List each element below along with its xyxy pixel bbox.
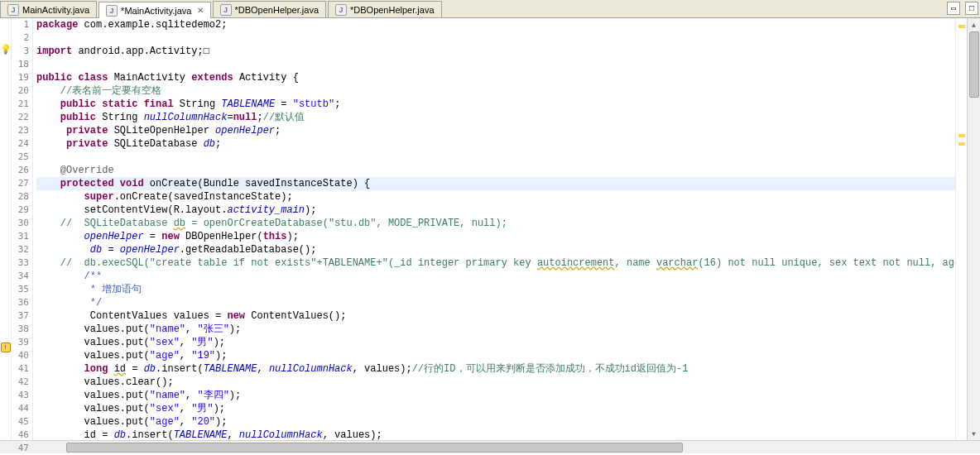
line-number: 46 [12, 429, 32, 442]
minimize-icon[interactable]: ▭ [947, 2, 960, 15]
maximize-icon[interactable]: □ [965, 2, 978, 15]
code-content[interactable]: package com.example.sqlitedemo2;import a… [33, 18, 955, 440]
code-line[interactable]: id = db.insert(TABLENAME, nullColumnHack… [36, 429, 955, 440]
code-line[interactable]: */ [36, 296, 955, 309]
tab-0[interactable]: JMainActivity.java [0, 1, 97, 17]
line-marker [0, 55, 11, 68]
code-line[interactable]: public class MainActivity extends Activi… [36, 71, 955, 84]
code-line[interactable]: private SQLiteOpenHelper openHelper; [36, 124, 955, 137]
code-line[interactable]: //表名前一定要有空格 [36, 84, 955, 98]
code-line[interactable]: values.put("sex", "男"); [36, 336, 955, 349]
line-number: 22 [12, 111, 32, 124]
line-number: 29 [12, 204, 32, 217]
overview-marker[interactable] [958, 25, 965, 28]
line-number: 37 [12, 309, 32, 323]
tab-3[interactable]: J*DBOpenHelper.java [328, 1, 442, 17]
scroll-thumb[interactable] [969, 31, 979, 98]
code-line[interactable]: values.put("sex", "男"); [36, 402, 955, 415]
tab-label: *DBOpenHelper.java [235, 5, 319, 15]
code-line[interactable] [36, 58, 955, 71]
code-line[interactable]: values.put("age", "20"); [36, 415, 955, 429]
line-number: 40 [12, 349, 32, 362]
line-number: 23 [12, 124, 32, 137]
scroll-up-icon[interactable]: ▲ [968, 18, 980, 31]
java-file-icon: J [335, 4, 347, 16]
line-marker [0, 242, 11, 254]
code-line[interactable]: setContentView(R.layout.activity_main); [36, 204, 955, 217]
line-number: 36 [12, 296, 32, 309]
code-line[interactable]: long id = db.insert(TABLENAME, nullColum… [36, 362, 955, 376]
lightbulb-icon[interactable]: 💡 [1, 45, 11, 55]
line-number: 18 [12, 58, 32, 71]
line-number: 35 [12, 283, 32, 296]
line-marker [0, 266, 11, 279]
warning-icon[interactable]: ! [1, 342, 11, 352]
line-number: 42 [12, 376, 32, 389]
code-line[interactable]: values.put("age", "19"); [36, 349, 955, 362]
code-line[interactable]: package com.example.sqlitedemo2; [36, 18, 955, 31]
line-number: 28 [12, 190, 32, 204]
code-line[interactable] [36, 31, 955, 45]
tab-2[interactable]: J*DBOpenHelper.java [213, 1, 327, 17]
line-number: 47 [12, 442, 32, 455]
scroll-down-icon[interactable]: ▼ [968, 427, 980, 440]
overview-marker[interactable] [958, 134, 965, 137]
line-marker [0, 428, 11, 440]
line-marker [0, 31, 11, 43]
toolbar-right: ▭ □ [947, 2, 978, 15]
line-number: 45 [12, 415, 32, 429]
line-marker [0, 378, 11, 390]
tab-label: MainActivity.java [22, 5, 89, 15]
line-number: 26 [12, 164, 32, 177]
line-marker [0, 167, 11, 180]
java-file-icon: J [220, 4, 232, 16]
line-numbers: 1231819202122232425262728293031323334353… [12, 18, 33, 440]
code-line[interactable]: // SQLiteDatabase db = openOrCreateDatab… [36, 217, 955, 230]
line-number: 33 [12, 256, 32, 270]
line-marker [0, 390, 11, 403]
line-marker: ! [0, 341, 11, 353]
line-number: 3 [12, 45, 32, 58]
overview-ruler[interactable] [955, 18, 967, 440]
code-line[interactable]: /** [36, 270, 955, 283]
line-number: 41 [12, 362, 32, 376]
line-number: 30 [12, 217, 32, 230]
line-marker [0, 415, 11, 428]
line-number: 1 [12, 18, 32, 31]
line-number: 19 [12, 71, 32, 84]
line-marker [0, 204, 11, 217]
code-line[interactable]: public String nullColumnHack=null;//默认值 [36, 111, 955, 124]
line-marker [0, 180, 11, 192]
code-line[interactable]: super.onCreate(savedInstanceState); [36, 190, 955, 204]
line-number: 43 [12, 389, 32, 402]
code-line[interactable]: values.clear(); [36, 376, 955, 389]
java-file-icon: J [106, 5, 118, 17]
line-number: 44 [12, 402, 32, 415]
tab-1[interactable]: J*MainActivity.java✕ [98, 2, 210, 18]
line-marker [0, 80, 11, 93]
line-marker [0, 403, 11, 415]
line-number: 2 [12, 31, 32, 45]
tab-label: *DBOpenHelper.java [350, 5, 435, 15]
code-line[interactable]: db = openHelper.getReadableDatabase(); [36, 243, 955, 256]
code-line[interactable]: values.put("name", "李四"); [36, 389, 955, 402]
code-line[interactable]: protected void onCreate(Bundle savedInst… [36, 177, 955, 190]
vertical-scrollbar[interactable]: ▲ ▼ [967, 18, 980, 440]
overview-marker[interactable] [958, 142, 965, 146]
line-marker [0, 68, 11, 80]
code-line[interactable]: ContentValues values = new ContentValues… [36, 309, 955, 323]
code-line[interactable]: import android.app.Activity;□ [36, 45, 955, 58]
line-marker [0, 93, 11, 105]
code-line[interactable]: @Override [36, 164, 955, 177]
code-line[interactable] [36, 151, 955, 164]
code-line[interactable]: openHelper = new DBOpenHelper(this); [36, 230, 955, 243]
line-marker [0, 155, 11, 167]
code-line[interactable]: values.put("name", "张三"); [36, 323, 955, 336]
close-icon[interactable]: ✕ [197, 6, 204, 15]
horizontal-scrollbar[interactable] [0, 440, 980, 453]
hscroll-thumb[interactable] [66, 443, 683, 453]
code-line[interactable]: public static final String TABLENAME = "… [36, 98, 955, 111]
code-line[interactable]: private SQLiteDatabase db; [36, 137, 955, 151]
code-line[interactable]: // db.execSQL("create table if not exist… [36, 256, 955, 270]
code-line[interactable]: * 增加语句 [36, 283, 955, 296]
